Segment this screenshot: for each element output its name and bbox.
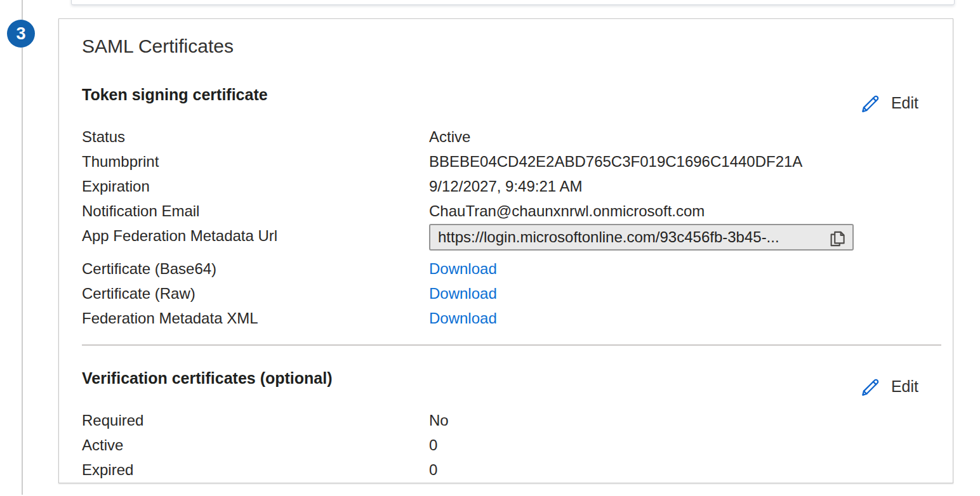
property-value: ChauTran@chaunxnrwl.onmicrosoft.com: [429, 199, 705, 223]
download-link[interactable]: Download: [429, 281, 497, 306]
property-value: No: [429, 408, 449, 433]
property-label: Expired: [82, 457, 429, 482]
property-label: Active: [82, 433, 429, 457]
property-label: Certificate (Raw): [82, 281, 429, 306]
property-label: Notification Email: [82, 199, 429, 223]
download-link[interactable]: Download: [429, 306, 497, 330]
property-row: Certificate (Raw)Download: [82, 281, 918, 306]
copy-icon[interactable]: [828, 228, 846, 247]
property-row: Active0: [82, 433, 918, 457]
property-label: Federation Metadata XML: [82, 306, 429, 330]
step-timeline-line: [22, 0, 23, 495]
property-row: Expiration9/12/2027, 9:49:21 AM: [82, 174, 918, 199]
section-divider: [82, 344, 941, 346]
property-value: 9/12/2027, 9:49:21 AM: [429, 174, 583, 199]
property-row: ThumbprintBBEBE04CD42E2ABD765C3F019C1696…: [82, 149, 918, 174]
property-value: BBEBE04CD42E2ABD765C3F019C1696C1440DF21A: [429, 149, 802, 174]
metadata-url-text: https://login.microsoftonline.com/93c456…: [438, 228, 823, 246]
property-label: Thumbprint: [82, 149, 429, 174]
property-row: Expired0: [82, 457, 918, 482]
property-label: Certificate (Base64): [82, 256, 429, 281]
property-row: RequiredNo: [82, 408, 918, 433]
property-value: 0: [429, 457, 437, 482]
card-title: SAML Certificates: [82, 36, 918, 57]
property-row: Notification EmailChauTran@chaunxnrwl.on…: [82, 199, 918, 223]
section-heading: Verification certificates (optional): [82, 369, 333, 388]
property-value: Active: [429, 124, 470, 149]
property-row: App Federation Metadata Urlhttps://login…: [82, 223, 918, 256]
step-number: 3: [16, 24, 25, 44]
app-federation-metadata-url-field[interactable]: https://login.microsoftonline.com/93c456…: [429, 224, 854, 251]
verification-certificates-properties: RequiredNoActive0Expired0: [82, 408, 918, 482]
property-value: 0: [429, 433, 437, 457]
verification-certificates-section: Verification certificates (optional) Edi…: [82, 369, 918, 482]
download-link[interactable]: Download: [429, 256, 497, 281]
pencil-icon: [859, 91, 882, 114]
property-row: StatusActive: [82, 124, 918, 149]
property-label: Expiration: [82, 174, 429, 199]
property-row: Certificate (Base64)Download: [82, 256, 918, 281]
section-heading: Token signing certificate: [82, 85, 268, 104]
saml-certificates-card: SAML Certificates Token signing certific…: [58, 18, 953, 483]
token-certificate-properties: StatusActiveThumbprintBBEBE04CD42E2ABD76…: [82, 124, 918, 330]
property-row: Federation Metadata XMLDownload: [82, 306, 918, 330]
step-number-badge: 3: [7, 20, 35, 48]
edit-token-certificate-button[interactable]: Edit: [859, 91, 918, 114]
token-signing-certificate-section: Token signing certificate Edit StatusAct…: [82, 85, 918, 330]
property-label: Required: [82, 408, 429, 433]
property-label: App Federation Metadata Url: [82, 223, 429, 248]
pencil-icon: [859, 375, 882, 398]
edit-button-label: Edit: [891, 94, 918, 112]
edit-button-label: Edit: [891, 377, 918, 396]
edit-verification-certificates-button[interactable]: Edit: [859, 375, 918, 398]
previous-card-edge: [71, 0, 955, 5]
property-label: Status: [82, 124, 429, 149]
